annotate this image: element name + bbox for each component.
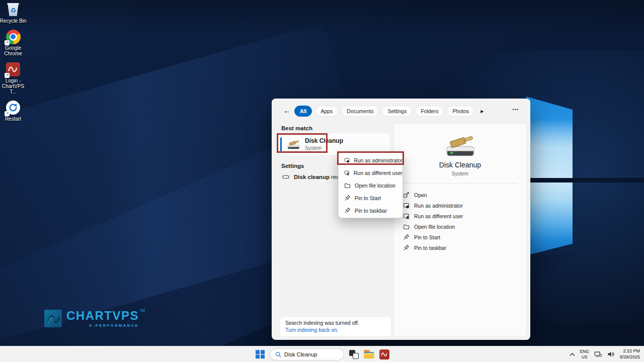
indexing-message: Search indexing was turned off.	[285, 320, 386, 326]
action-open-file-location[interactable]: Open file location	[394, 221, 526, 232]
pin-icon	[344, 207, 351, 214]
context-menu-run-as-administrator[interactable]: Run as administrator	[339, 154, 403, 166]
action-open[interactable]: Open	[394, 190, 526, 200]
disk-cleanup-icon-large	[444, 131, 476, 158]
task-view-button[interactable]	[349, 350, 359, 359]
desktop-icon-login-chartvps[interactable]: ↗ Login - ChartVPS T...	[0, 62, 26, 95]
taskbar-center-icons	[256, 346, 389, 362]
taskbar: ENG US 2:22 PM 8/26/2025	[0, 346, 644, 362]
menu-item-label: Pin to taskbar	[355, 208, 387, 214]
desktop-icon-label: Recycle Bin	[0, 18, 27, 24]
search-filter-tabs: All Apps Documents Settings Folders Phot…	[294, 106, 484, 117]
action-run-as-different-user[interactable]: Run as different user	[394, 211, 526, 221]
desktop-icon-label: Login - ChartVPS T...	[0, 78, 27, 95]
search-flyout-panel: ← All Apps Documents Settings Folders Ph…	[272, 99, 530, 340]
context-menu-run-as-different-user[interactable]: Run as different user	[339, 166, 403, 179]
menu-item-label: Run as different user	[354, 170, 403, 176]
settings-result-bold: Disk cleanup	[294, 174, 330, 180]
action-label: Pin to Start	[414, 234, 440, 240]
action-label: Run as administrator	[414, 203, 463, 209]
menu-item-label: Run as administrator	[354, 157, 403, 163]
restart-icon: ↗	[6, 100, 21, 115]
tray-chevron-icon[interactable]	[570, 352, 575, 356]
windows-logo-crossbar	[526, 178, 644, 183]
indexing-notice: Search indexing was turned off. Turn ind…	[280, 317, 391, 336]
search-icon	[275, 351, 281, 357]
desktop-icon-google-chrome[interactable]: ↗ Google Chrome	[0, 29, 26, 56]
chrome-icon: ↗	[6, 29, 21, 44]
open-icon	[403, 192, 410, 198]
best-match-header: Best match	[281, 125, 312, 131]
shortcut-arrow-icon: ↗	[5, 40, 10, 45]
context-menu-pin-to-taskbar[interactable]: Pin to taskbar	[339, 204, 403, 217]
run-as-user-icon	[403, 213, 410, 219]
time-text: 2:22 PM	[620, 348, 640, 354]
action-label: Pin to taskbar	[414, 245, 446, 251]
pin-icon	[403, 234, 410, 240]
more-options-icon[interactable]: •••	[513, 107, 519, 112]
tab-settings[interactable]: Settings	[382, 106, 412, 117]
settings-capsule-icon	[282, 173, 289, 180]
desktop-icon-restart[interactable]: ↗ Restart	[0, 100, 26, 122]
windows-logo-pane-top	[526, 97, 573, 178]
desktop-icon-label: Restart	[0, 116, 27, 122]
back-button[interactable]: ←	[283, 106, 291, 115]
menu-item-label: Pin to Start	[355, 195, 381, 201]
taskbar-search-box[interactable]	[270, 348, 344, 360]
desktop-icon-recycle-bin[interactable]: ♻ Recycle Bin	[0, 2, 26, 24]
action-label: Run as different user	[414, 213, 463, 219]
result-subtitle: System	[305, 145, 321, 151]
tab-documents[interactable]: Documents	[341, 106, 379, 117]
detail-title: Disk Cleanup	[394, 161, 526, 169]
shortcut-arrow-icon: ↗	[5, 111, 10, 116]
folder-icon	[344, 182, 351, 189]
desktop-icon-label: Google Chrome	[0, 45, 27, 56]
shortcut-arrow-icon: ↗	[5, 73, 10, 78]
recycle-bin-icon: ♻	[6, 2, 21, 17]
context-menu-pin-to-start[interactable]: Pin to Start	[339, 192, 403, 204]
clock[interactable]: 2:22 PM 8/26/2025	[620, 348, 640, 360]
network-icon[interactable]	[594, 351, 602, 358]
result-title: Disk Cleanup	[305, 137, 343, 144]
date-text: 8/26/2025	[620, 354, 640, 360]
start-button[interactable]	[256, 350, 265, 359]
tab-folders[interactable]: Folders	[415, 106, 444, 117]
action-label: Open file location	[414, 224, 455, 230]
action-pin-to-taskbar[interactable]: Pin to taskbar	[394, 242, 526, 253]
chartvps-taskbar-button[interactable]	[379, 349, 389, 359]
action-run-as-administrator[interactable]: Run as administrator	[394, 200, 526, 211]
tabs-overflow-icon[interactable]: ▶	[480, 109, 484, 114]
menu-item-label: Open file location	[355, 183, 395, 189]
wallpaper-shade	[0, 0, 644, 35]
turn-indexing-on-link[interactable]: Turn indexing back on.	[285, 327, 386, 333]
system-tray: ENG US 2:22 PM 8/26/2025	[570, 346, 640, 362]
file-explorer-button[interactable]	[364, 350, 374, 358]
settings-header: Settings	[281, 163, 304, 169]
chartvps-watermark: CHARTVPS TM X-PERFORMANCE	[44, 310, 145, 328]
detail-subtitle: System	[394, 171, 526, 176]
tab-photos[interactable]: Photos	[447, 106, 474, 117]
desktop-icons: ♻ Recycle Bin ↗ Google Chrome ↗ Login - …	[0, 2, 26, 122]
context-menu: Run as administrator Run as different us…	[338, 152, 403, 218]
action-pin-to-start[interactable]: Pin to Start	[394, 232, 526, 242]
pin-icon	[403, 244, 410, 251]
watermark-brand: CHARTVPS	[66, 310, 139, 322]
watermark-tagline: X-PERFORMANCE	[66, 323, 145, 328]
context-menu-open-file-location[interactable]: Open file location	[339, 179, 403, 192]
chartvps-app-icon: ↗	[6, 62, 21, 77]
tab-apps[interactable]: Apps	[315, 106, 338, 117]
volume-icon[interactable]	[607, 351, 615, 357]
chartvps-logo-icon	[44, 310, 62, 327]
detail-actions: Open Run as administrator Run as differe…	[394, 190, 526, 253]
tab-all[interactable]: All	[294, 106, 312, 117]
action-label: Open	[414, 192, 427, 198]
disk-cleanup-icon	[287, 138, 300, 150]
chartvps-wave-icon	[380, 350, 388, 358]
windows-logo-pane-bottom	[526, 183, 573, 255]
desktop-wallpaper: ♻ Recycle Bin ↗ Google Chrome ↗ Login - …	[0, 0, 644, 362]
result-detail-card: Disk Cleanup System Open Run as administ…	[393, 123, 527, 336]
taskbar-search-input[interactable]	[284, 351, 337, 357]
language-indicator[interactable]: ENG US	[580, 349, 589, 359]
run-as-admin-icon	[344, 157, 350, 163]
folder-icon	[403, 223, 410, 230]
